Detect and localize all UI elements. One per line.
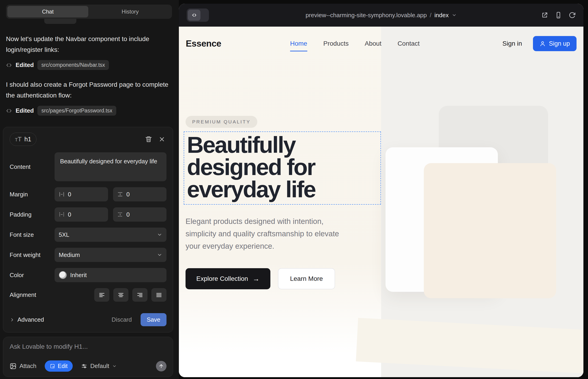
align-right-icon [137,292,143,299]
font-weight-label: Font weight [10,252,55,259]
sliders-icon [81,363,87,369]
content-input[interactable]: Beautifully designed for everyday life [55,152,167,181]
url-domain: preview--charming-site-symphony.lovable.… [306,12,427,19]
vertical-spacing-icon [117,191,123,197]
element-tag-label: h1 [24,136,31,143]
image-icon [10,363,16,370]
browser-chrome: preview--charming-site-symphony.lovable.… [179,4,583,27]
code-preview-toggle[interactable] [187,8,209,22]
site-logo[interactable]: Essence [186,39,221,49]
margin-x-input[interactable] [68,191,104,198]
align-justify-button[interactable] [151,288,167,302]
font-weight-row: Font weight Medium [10,248,167,262]
nav-link-home[interactable]: Home [290,40,307,47]
learn-more-button[interactable]: Learn More [278,268,335,289]
color-swatch [59,271,67,279]
vertical-padding-icon [117,211,123,218]
chat-panel: Chat History Now let's update the Navbar… [0,0,179,379]
code-toggle-segment[interactable] [188,10,201,21]
font-size-label: Font size [10,231,55,238]
advanced-expander[interactable]: Advanced [10,316,44,323]
external-link-icon [541,12,548,19]
select-edit-icon [50,363,55,369]
align-left-icon [98,292,105,299]
padding-y-field[interactable] [113,207,167,222]
align-justify-icon [155,292,162,299]
content-row: Content Beautifully designed for everyda… [10,152,167,181]
padding-y-input[interactable] [126,211,162,218]
font-size-row: Font size 5XL [10,228,167,242]
code-icon [191,12,197,18]
smartphone-icon [555,12,562,19]
file-chip[interactable]: src/pages/ForgotPassword.tsx [37,106,116,116]
sign-in-link[interactable]: Sign in [502,40,522,47]
align-right-button[interactable] [132,288,147,302]
padding-x-input[interactable] [68,211,104,218]
margin-row: Margin [10,187,167,201]
advanced-label: Advanced [17,316,44,323]
font-weight-value: Medium [59,252,154,259]
send-button[interactable] [156,361,167,371]
close-editor-button[interactable] [157,135,167,144]
nav-link-contact[interactable]: Contact [397,40,420,47]
open-external-button[interactable] [541,12,548,19]
trash-icon [145,136,152,143]
chevron-down-icon [157,232,162,237]
tab-chat[interactable]: Chat [7,6,88,17]
color-value: Inherit [70,272,87,279]
text-size-icon: TT [15,136,22,143]
hero-description: Elegant products designed with intention… [186,215,346,252]
margin-y-input[interactable] [126,191,162,198]
margin-y-field[interactable] [113,187,167,201]
edit-mode-label: Edit [58,363,68,369]
refresh-icon [569,12,576,19]
attach-button[interactable]: Attach [10,363,36,370]
font-size-select[interactable]: 5XL [55,228,167,242]
nav-link-about[interactable]: About [365,40,381,47]
chevron-right-icon [10,317,15,322]
margin-x-field[interactable] [55,187,108,201]
color-select[interactable]: Inherit [55,268,167,282]
mobile-view-button[interactable] [555,12,562,19]
preview-window: preview--charming-site-symphony.lovable.… [179,4,583,377]
explore-collection-label: Explore Collection [196,275,248,283]
align-left-button[interactable] [94,288,109,302]
panel-tabs: Chat History [6,5,172,19]
font-weight-select[interactable]: Medium [55,248,167,262]
prompt-composer: Attach Edit Default [3,337,173,377]
assistant-message: I should also create a Forgot Password p… [6,79,169,101]
arrow-right-icon: → [253,275,260,283]
code-icon [6,62,12,68]
color-row: Color Inherit [10,268,167,282]
padding-label: Padding [10,211,55,218]
save-button[interactable]: Save [140,313,167,326]
element-editor-panel: TT h1 Content Beautifully designed for e… [3,127,173,332]
explore-collection-button[interactable]: Explore Collection → [186,268,270,289]
padding-x-field[interactable] [55,207,108,222]
tab-history[interactable]: History [90,6,171,17]
nav-link-products[interactable]: Products [323,40,349,47]
delete-element-button[interactable] [144,135,153,144]
prompt-input[interactable] [10,343,167,350]
file-chip[interactable]: src/components/Navbar.tsx [37,60,109,70]
hero-section: PREMIUM QUALITY Beautifully designed for… [179,61,583,289]
sign-up-button[interactable]: Sign up [533,36,576,51]
model-default-button[interactable]: Default [81,363,117,370]
selected-element-chip[interactable]: TT h1 [10,133,36,146]
site-preview: Essence Home Products About Contact Sign… [179,27,583,377]
url-path[interactable]: index [434,12,449,19]
align-center-icon [117,292,124,299]
selected-element-outline[interactable]: Beautifully designed for everyday life [184,131,381,205]
padding-row: Padding [10,207,167,222]
align-center-button[interactable] [113,288,128,302]
site-navbar: Essence Home Products About Contact Sign… [179,27,583,61]
margin-label: Margin [10,191,55,198]
url-bar[interactable]: preview--charming-site-symphony.lovable.… [306,12,457,19]
discard-button[interactable]: Discard [112,316,132,323]
attach-label: Attach [19,363,36,370]
url-separator: / [430,12,431,19]
refresh-button[interactable] [569,12,576,19]
edit-mode-button[interactable]: Edit [45,360,73,372]
hero-headline[interactable]: Beautifully designed for everyday life [187,134,378,201]
scrolled-chip-fragment [44,19,76,24]
